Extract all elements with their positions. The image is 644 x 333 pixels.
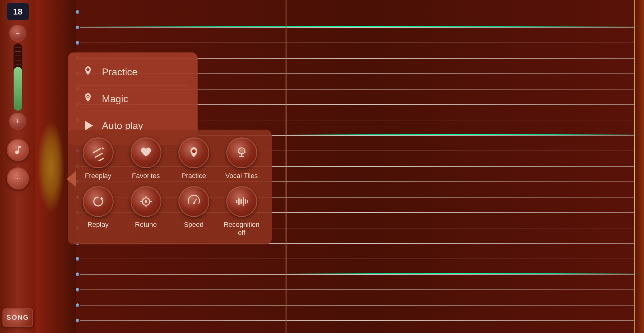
favorites-action[interactable]: Favorites (125, 137, 167, 180)
practice-circle (178, 137, 209, 168)
magic-mode-label: Magic (102, 93, 128, 105)
string-body (80, 305, 640, 306)
string-21 (76, 320, 644, 321)
magic-mode-icon (80, 91, 96, 106)
svg-rect-4 (92, 148, 102, 153)
music-button[interactable] (7, 139, 29, 161)
string-dot (76, 41, 79, 45)
string-body (80, 320, 640, 321)
string-body (80, 289, 640, 290)
guqin-ornament (37, 120, 65, 213)
string-highlight-3 (286, 273, 644, 274)
mode-magic[interactable]: Magic (77, 85, 188, 112)
vocal-tiles-label: Vocal Tiles (225, 172, 258, 180)
string-18 (76, 274, 644, 275)
string-body (80, 43, 640, 43)
replay-label: Replay (87, 221, 108, 229)
svg-rect-29 (247, 200, 248, 203)
recognition-off-circle (226, 186, 257, 217)
string-highlight-2 (286, 134, 644, 135)
string-20 (76, 305, 644, 306)
favorites-label: Favorites (132, 172, 160, 180)
gold-line-right (634, 0, 635, 333)
svg-marker-7 (102, 147, 104, 150)
svg-point-8 (192, 149, 196, 153)
svg-rect-24 (236, 200, 237, 203)
speed-action[interactable]: Speed (173, 186, 215, 237)
string-dot (76, 303, 79, 307)
left-arrow[interactable] (62, 167, 80, 191)
speed-label: Speed (184, 221, 204, 229)
volume-fill (14, 67, 22, 111)
string-dot (76, 273, 79, 276)
replay-action[interactable]: Replay (77, 186, 119, 237)
freeplay-action[interactable]: Freeplay (77, 137, 119, 180)
string-dot (76, 10, 79, 14)
recognition-off-action[interactable]: Recognition off (221, 186, 262, 237)
string-2 (76, 27, 644, 28)
left-sidebar: 18 − + (0, 0, 36, 333)
vocal-tiles-action[interactable]: Vocal Tiles (221, 137, 262, 180)
retune-action[interactable]: Retune (125, 186, 167, 237)
svg-marker-30 (66, 171, 76, 187)
vertical-divider (286, 0, 286, 333)
svg-rect-25 (238, 198, 240, 205)
svg-marker-3 (85, 121, 93, 131)
volume-control: − + (9, 25, 26, 130)
volume-down-button[interactable]: − (9, 25, 26, 42)
svg-rect-6 (97, 157, 104, 161)
freeplay-label: Freeplay (85, 172, 111, 180)
svg-rect-28 (245, 199, 246, 204)
string-19 (76, 289, 644, 290)
replay-circle (83, 186, 114, 217)
practice-mode-icon (80, 64, 96, 80)
actions-panel: Freeplay Favorites (68, 130, 272, 244)
svg-rect-26 (240, 199, 242, 204)
volume-up-button[interactable]: + (9, 113, 26, 130)
favorites-circle (131, 137, 161, 168)
string-highlight-1 (76, 26, 644, 27)
recognition-off-label: Recognition off (221, 221, 262, 237)
retune-circle (131, 186, 161, 217)
practice-mode-label: Practice (102, 66, 138, 78)
string-body (80, 274, 640, 275)
svg-point-1 (87, 95, 89, 98)
svg-rect-5 (95, 152, 103, 158)
svg-point-18 (145, 200, 147, 203)
practice-action[interactable]: Practice (173, 137, 215, 180)
volume-slider[interactable] (13, 43, 23, 111)
string-dot (76, 288, 79, 292)
string-dot (76, 319, 79, 323)
svg-marker-12 (101, 197, 103, 200)
string-dot (76, 257, 79, 261)
mode-practice[interactable]: Practice (77, 59, 188, 85)
freeplay-circle (83, 137, 114, 168)
number-badge: 18 (7, 3, 29, 20)
string-body (80, 259, 640, 259)
more-button[interactable]: ··· (7, 167, 29, 189)
string-body (80, 27, 640, 28)
string-body (80, 12, 640, 12)
string-17 (76, 259, 644, 259)
svg-point-20 (193, 202, 195, 204)
svg-rect-27 (243, 197, 244, 206)
sidebar-controls: − + ··· (7, 25, 29, 308)
main-container: 18 − + (0, 0, 644, 333)
speed-circle (178, 186, 209, 217)
svg-point-0 (86, 68, 90, 71)
practice-label: Practice (182, 172, 206, 180)
string-1 (76, 12, 644, 12)
right-bridge (635, 0, 644, 333)
string-3 (76, 43, 644, 43)
instrument-area: Practice Magic Auto play (36, 0, 644, 333)
song-button[interactable]: SONG (2, 308, 33, 327)
retune-label: Retune (135, 221, 157, 229)
vocal-tiles-circle (226, 137, 257, 168)
actions-grid: Freeplay Favorites (77, 137, 262, 237)
